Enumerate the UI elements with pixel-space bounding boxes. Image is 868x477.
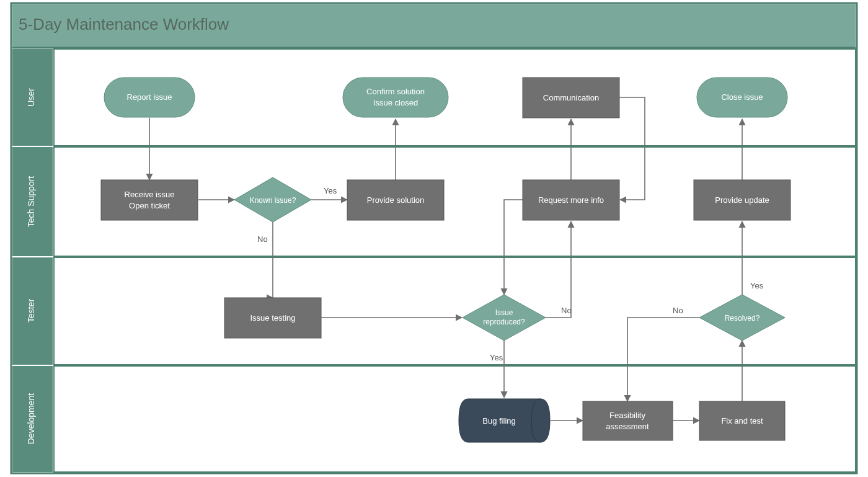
edge-label-reproduced-yes: Yes [490, 353, 503, 362]
edge-label-reproduced-no: No [561, 306, 572, 315]
node-report-issue[interactable]: Report issue [104, 78, 195, 117]
edge-label-resolved-no: No [673, 306, 683, 315]
node-feasibility-assessment[interactable]: Feasibility assessment [583, 401, 673, 440]
node-label: Fix and test [721, 416, 763, 426]
node-close-issue[interactable]: Close issue [697, 78, 787, 117]
node-provide-update[interactable]: Provide update [694, 180, 790, 220]
node-label: Feasibility [609, 411, 645, 420]
node-label: Issue closed [373, 98, 418, 107]
node-bug-filing[interactable]: Bug filing [459, 399, 550, 442]
lane-label-tech-support: Tech Support [26, 176, 36, 228]
node-label: Close issue [721, 92, 763, 102]
node-label: Request more info [538, 195, 604, 205]
node-label: assessment [606, 422, 649, 431]
node-label: Communication [543, 93, 599, 102]
node-label: Issue testing [250, 313, 296, 323]
node-label: Resolved? [725, 314, 760, 323]
node-confirm-solution[interactable]: Confirm solution Issue closed [343, 78, 448, 117]
lane-label-tester: Tester [26, 299, 36, 323]
node-issue-testing[interactable]: Issue testing [224, 298, 321, 338]
node-communication[interactable]: Communication [523, 78, 619, 118]
svg-rect-31 [583, 401, 673, 440]
node-label: Issue [495, 308, 513, 317]
node-label: Bug filing [482, 416, 515, 426]
edge-label-known-yes: Yes [324, 186, 337, 195]
lane-label-development: Development [26, 393, 36, 445]
svg-rect-23 [101, 180, 198, 220]
diagram-title: 5-Day Maintenance Workflow [19, 15, 229, 33]
node-label: Provide update [715, 195, 769, 205]
node-label: Receive issue [125, 190, 175, 199]
node-label: Open ticket [129, 201, 170, 210]
node-label: Known issue? [250, 196, 296, 205]
workflow-diagram: 5-Day Maintenance Workflow User Tech Sup… [0, 0, 868, 477]
node-request-more-info[interactable]: Request more info [523, 180, 619, 220]
svg-rect-20 [343, 78, 448, 117]
node-receive-issue[interactable]: Receive issue Open ticket [101, 180, 198, 220]
node-label: Provide solution [367, 195, 425, 205]
node-label: reproduced? [483, 318, 525, 326]
node-provide-solution[interactable]: Provide solution [347, 180, 444, 220]
node-label: Confirm solution [366, 87, 425, 96]
lane-label-user: User [26, 88, 36, 107]
edge-label-known-no: No [257, 234, 268, 244]
node-label: Report issue [127, 92, 172, 102]
edge-label-resolved-yes: Yes [750, 281, 764, 290]
node-fix-and-test[interactable]: Fix and test [699, 401, 785, 440]
